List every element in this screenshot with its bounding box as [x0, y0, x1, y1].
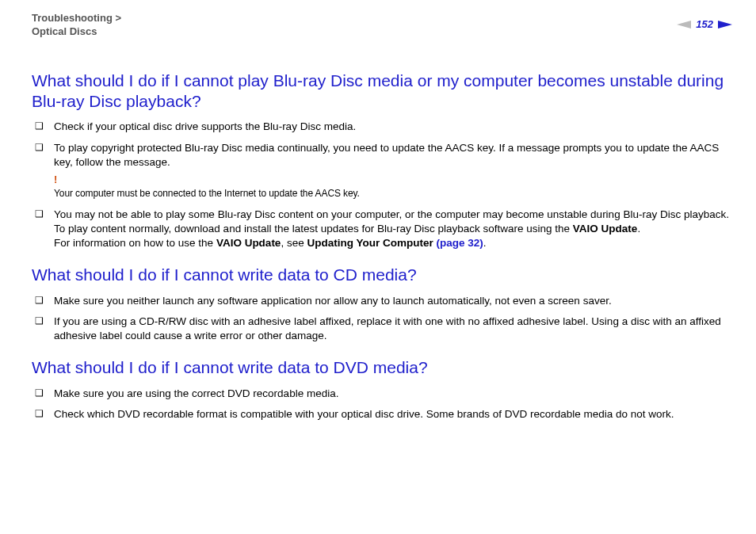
next-page-icon[interactable] — [718, 21, 732, 29]
note-text: Your computer must be connected to the I… — [54, 188, 360, 199]
section-heading-cd: What should I do if I cannot write data … — [32, 265, 732, 285]
section-heading-bluray: What should I do if I cannot play Blu-ra… — [32, 71, 732, 113]
item-text: Check if your optical disc drive support… — [54, 120, 356, 132]
page-number: 152 — [696, 18, 713, 30]
breadcrumb: Troubleshooting > Optical Discs — [32, 12, 121, 39]
page-link[interactable]: (page 32) — [436, 237, 483, 249]
list-item: You may not be able to play some Blu-ray… — [32, 208, 732, 251]
vaio-update-bold: VAIO Update — [573, 223, 638, 235]
breadcrumb-page: Optical Discs — [32, 25, 97, 37]
list-item: Make sure you neither launch any softwar… — [32, 294, 732, 308]
item-text-post3: . — [483, 237, 487, 249]
item-text-post2: , see — [281, 237, 307, 249]
item-text: Check which DVD recordable format is com… — [54, 408, 674, 420]
svg-marker-0 — [677, 21, 691, 29]
dvd-list: Make sure you are using the correct DVD … — [32, 387, 732, 421]
item-text: Make sure you are using the correct DVD … — [54, 387, 338, 399]
list-item: To play copyright protected Blu-ray Disc… — [32, 141, 732, 201]
updating-computer-bold: Updating Your Computer — [307, 237, 436, 249]
item-text: If you are using a CD-R/RW disc with an … — [54, 315, 721, 341]
page-content: What should I do if I cannot play Blu-ra… — [0, 45, 756, 421]
vaio-update-bold2: VAIO Update — [216, 237, 281, 249]
page-navigation: 152 — [677, 18, 732, 30]
item-text-pre2: For information on how to use the — [54, 237, 216, 249]
prev-page-icon[interactable] — [677, 21, 691, 29]
page-header: Troubleshooting > Optical Discs 152 — [0, 0, 756, 45]
breadcrumb-section: Troubleshooting > — [32, 12, 121, 24]
list-item: If you are using a CD-R/RW disc with an … — [32, 315, 732, 343]
item-text-post1: . — [637, 223, 640, 235]
list-item: Check which DVD recordable format is com… — [32, 407, 732, 421]
list-item: Make sure you are using the correct DVD … — [32, 387, 732, 401]
list-item: Check if your optical disc drive support… — [32, 120, 732, 134]
cd-list: Make sure you neither launch any softwar… — [32, 294, 732, 344]
warning-icon: ! — [54, 173, 732, 187]
bluray-list: Check if your optical disc drive support… — [32, 120, 732, 250]
item-text: Make sure you neither launch any softwar… — [54, 295, 612, 307]
svg-marker-1 — [718, 21, 732, 29]
section-heading-dvd: What should I do if I cannot write data … — [32, 357, 732, 378]
item-text: To play copyright protected Blu-ray Disc… — [54, 142, 719, 168]
